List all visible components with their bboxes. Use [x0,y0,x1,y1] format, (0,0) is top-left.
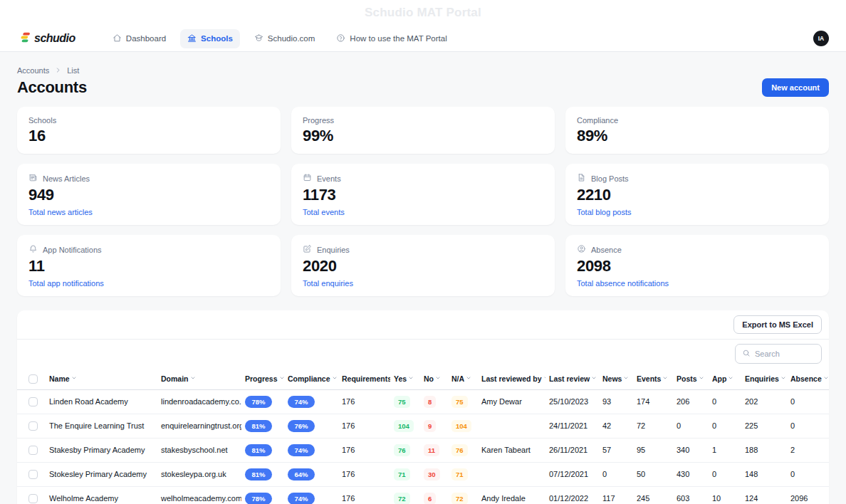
column-header-requirements[interactable]: Requirements [338,368,390,389]
table-row[interactable]: Welholme Academywelholmeacademy.com78%74… [17,486,829,504]
column-header-domain[interactable]: Domain [157,368,241,389]
sort-chevron-icon[interactable] [279,374,284,382]
brand-name: schudio [34,32,75,45]
breadcrumb: AccountsList [17,66,829,75]
column-header-app[interactable]: App [709,368,741,389]
yes-badge: 76 [394,444,410,456]
column-header-posts[interactable]: Posts [673,368,709,389]
column-header-enquiries[interactable]: Enquiries [741,368,787,389]
breadcrumb-item[interactable]: List [67,66,79,75]
sort-chevron-icon[interactable] [823,374,829,382]
nav-item-dashboard[interactable]: Dashboard [105,29,173,48]
column-header-last-reviewed-by[interactable]: Last reviewed by [478,368,545,389]
table-row[interactable]: The Enquire Learning Trustenquirelearnin… [17,414,829,438]
table-row[interactable]: Stokesley Primary Academystokesleypa.org… [17,462,829,486]
card-label-text: Schools [28,116,56,125]
column-header-yes[interactable]: Yes [390,368,420,389]
stat-card-events: Events1173Total events [291,164,555,225]
sort-chevron-icon[interactable] [728,374,733,382]
column-header-label: No [424,374,434,383]
card-link[interactable]: Total app notifications [28,279,104,288]
sort-chevron-icon[interactable] [699,374,704,382]
card-label-text: Compliance [577,116,618,125]
cell-domain: lindenroadacademy.co.uk [157,389,241,414]
card-value: 949 [28,186,269,204]
column-header-news[interactable]: News [599,368,633,389]
sort-chevron-icon[interactable] [435,374,441,382]
sort-chevron-icon[interactable] [466,374,471,382]
new-account-button[interactable]: New account [762,78,829,97]
card-link[interactable]: Total enquiries [303,279,353,288]
stat-card-blog-posts: Blog Posts2210Total blog posts [565,164,829,225]
row-checkbox[interactable] [28,421,38,431]
cell-requirements: 176 [338,389,390,414]
stats-row-2: News Articles949Total news articlesEvent… [17,164,829,225]
avatar[interactable]: IA [813,31,829,46]
cell-posts: 603 [673,486,709,504]
brand-logo[interactable]: schudio [17,31,75,47]
card-link[interactable]: Total events [303,208,345,216]
sort-chevron-icon[interactable] [332,374,338,382]
sort-chevron-icon[interactable] [71,374,77,382]
cell-absence: 0 [787,462,829,486]
row-checkbox[interactable] [28,446,38,455]
row-checkbox[interactable] [28,494,38,503]
cell-name: Welholme Academy [46,486,157,504]
row-checkbox[interactable] [28,397,38,406]
cell-app: 0 [709,414,741,438]
column-header-progress[interactable]: Progress [241,368,284,389]
sort-chevron-icon[interactable] [591,374,597,382]
cell-reviewer [478,462,545,486]
column-header-last-review[interactable]: Last review [545,368,599,389]
column-header-no[interactable]: No [420,368,448,389]
progress-pill: 81% [245,444,272,456]
help-icon [336,33,345,44]
card-link[interactable]: Total news articles [28,208,93,216]
nav-items: DashboardSchoolsSchudio.comHow to use th… [105,29,813,48]
column-header-compliance[interactable]: Compliance [284,368,338,389]
cell-enquiries: 225 [741,414,787,438]
sort-chevron-icon[interactable] [190,374,196,382]
stat-card-app-notifications: App Notifications11Total app notificatio… [17,235,281,296]
search-input[interactable] [755,350,815,358]
document-icon [577,173,586,184]
card-label: Compliance [577,116,818,125]
column-header-n-a[interactable]: N/A [448,368,478,389]
select-all-checkbox[interactable] [28,374,38,384]
row-checkbox[interactable] [28,470,38,479]
nav-item-schudio-com[interactable]: Schudio.com [247,29,322,48]
card-label: Progress [303,116,543,125]
nav-item-schools[interactable]: Schools [180,29,240,48]
cell-name: Linden Road Academy [46,389,157,414]
card-label: Events [303,173,543,184]
stat-card-schools: Schools16 [17,107,281,154]
column-header-events[interactable]: Events [633,368,673,389]
card-label: News Articles [28,173,269,184]
sort-chevron-icon[interactable] [780,374,786,382]
column-header-label: App [712,374,726,383]
column-header-absence[interactable]: Absence [787,368,829,389]
sort-chevron-icon[interactable] [662,374,668,382]
table-row[interactable]: Stakesby Primary Academystakesbyschool.n… [17,438,829,462]
export-excel-button[interactable]: Export to MS Excel [733,315,822,334]
schudio-logo-icon [17,31,31,47]
column-header-label: News [602,374,622,383]
card-link[interactable]: Total blog posts [577,208,631,216]
progress-pill: 81% [245,468,272,481]
column-header-name[interactable]: Name [46,368,157,389]
sort-chevron-icon[interactable] [408,374,414,382]
column-header-label: Last reviewed by [481,374,542,383]
nav-item-how-to-use-the-mat-portal[interactable]: How to use the MAT Portal [329,29,454,48]
yes-badge: 71 [394,468,410,481]
search-box[interactable] [735,344,822,364]
cell-review_date: 25/10/2023 [545,389,599,414]
sort-chevron-icon[interactable] [623,374,629,382]
cell-events: 95 [633,438,673,462]
table-row[interactable]: Linden Road Academylindenroadacademy.co.… [17,389,829,414]
sort-chevron-icon[interactable] [543,374,545,382]
card-link[interactable]: Total absence notifications [577,279,669,288]
cell-posts: 340 [673,438,709,462]
cell-domain: enquirelearningtrust.org [157,414,241,438]
breadcrumb-item[interactable]: Accounts [17,66,49,75]
na-badge: 72 [451,493,468,504]
